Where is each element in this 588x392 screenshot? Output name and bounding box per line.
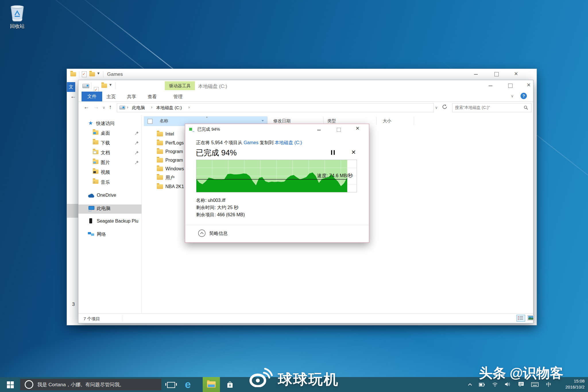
start-button[interactable] <box>7 381 14 388</box>
close-button[interactable]: × <box>527 82 531 88</box>
volume-icon[interactable] <box>505 382 510 387</box>
sidebar-item-network[interactable]: 网络 <box>97 231 106 237</box>
column-name[interactable]: 名称 <box>160 118 168 124</box>
tray-expand-icon[interactable] <box>468 383 472 386</box>
back-arrow-icon[interactable]: ← <box>70 93 76 100</box>
recycle-bin-label: 回收站 <box>6 23 28 30</box>
copy-source-link[interactable]: Games <box>243 140 258 145</box>
tab-file[interactable]: 文件 <box>82 92 102 101</box>
tab-share[interactable]: 共享 <box>127 94 136 100</box>
file-row-intel[interactable]: Intel <box>165 132 174 137</box>
nav-forward-icon[interactable]: → <box>93 104 99 110</box>
videos-folder-icon <box>93 169 98 174</box>
ribbon-collapse-icon[interactable]: ∨ <box>511 94 514 98</box>
speed-graph-svg: 速度: 74.6 MB/秒 <box>196 160 357 192</box>
refresh-icon[interactable] <box>442 104 447 109</box>
file-row-users[interactable]: 用户 <box>165 175 175 181</box>
maximize-button[interactable] <box>494 72 499 76</box>
divider <box>142 115 142 313</box>
folder-icon <box>157 132 163 136</box>
breadcrumb-this-pc[interactable]: 此电脑 <box>132 105 145 111</box>
collapse-details-icon[interactable] <box>198 229 206 237</box>
store-taskbar-icon[interactable] <box>226 381 234 389</box>
edge-taskbar-icon[interactable]: e <box>185 379 191 391</box>
divider <box>185 225 369 225</box>
copy-destination-link[interactable]: 本地磁盘 (C:) <box>275 140 302 145</box>
pin-icon <box>135 160 139 165</box>
sidebar-item-seagate[interactable]: Seagate Backup Plu <box>97 219 138 224</box>
recycle-bin-shortcut[interactable]: 回收站 <box>6 3 28 30</box>
file-row-program-files[interactable]: Program <box>165 149 183 154</box>
cancel-copy-button[interactable]: ✕ <box>351 149 356 156</box>
sidebar-item-quick-access[interactable]: 快速访问 <box>96 121 115 127</box>
close-button[interactable]: × <box>356 126 359 131</box>
help-icon[interactable]: ? <box>521 93 527 99</box>
thumbnail-view-button[interactable] <box>527 315 535 321</box>
sidebar-item-pictures[interactable]: 图片 <box>101 160 110 166</box>
file-explorer-taskbar-icon[interactable] <box>203 377 220 392</box>
tab-view[interactable]: 查看 <box>148 94 157 100</box>
file-row-nba2k[interactable]: NBA 2K1 <box>165 184 184 189</box>
file-tab-partial[interactable]: 文 <box>67 82 75 92</box>
tab-home[interactable]: 主页 <box>107 94 116 100</box>
folder-icon[interactable] <box>89 72 95 76</box>
nav-up-icon[interactable]: ↑ <box>109 104 112 110</box>
nav-back-icon[interactable]: ← <box>84 104 89 110</box>
search-icon[interactable] <box>524 105 528 110</box>
search-box[interactable]: 搜索"本地磁盘 (C:)" <box>452 103 531 112</box>
minimize-button[interactable] <box>474 74 478 75</box>
file-row-windows[interactable]: Windows <box>165 166 184 171</box>
sidebar-item-onedrive[interactable]: OneDrive <box>97 193 116 198</box>
sort-ascending-icon: ▴ <box>206 115 208 118</box>
breadcrumb-local-disk[interactable]: 本地磁盘 (C:) <box>156 105 182 111</box>
minimize-button[interactable] <box>317 130 321 130</box>
cortana-icon <box>25 380 33 389</box>
nav-recent-icon[interactable]: ∨ <box>102 105 105 110</box>
divider[interactable] <box>414 117 414 125</box>
column-date-modified[interactable]: 修改日期 <box>273 118 291 124</box>
sidebar-item-music[interactable]: 音乐 <box>101 179 110 186</box>
sidebar-item-desktop[interactable]: 桌面 <box>101 130 110 136</box>
properties-icon[interactable]: ✓ <box>82 71 87 77</box>
column-size[interactable]: 大小 <box>383 118 391 124</box>
file-row-perflogs[interactable]: PerfLogs <box>165 140 184 146</box>
column-filter-icon[interactable] <box>262 120 264 121</box>
battery-icon[interactable] <box>479 383 485 387</box>
details-view-button[interactable] <box>517 315 525 322</box>
network-icon <box>88 231 94 237</box>
tab-manage[interactable]: 管理 <box>173 94 183 100</box>
footer-toggle-label[interactable]: 简略信息 <box>209 231 228 237</box>
task-view-button[interactable] <box>167 382 175 388</box>
contextual-tab-drive-tools[interactable]: 驱动器工具 <box>165 81 195 90</box>
qat-dropdown-icon[interactable]: ▾ <box>97 71 100 76</box>
sidebar-item-documents[interactable]: 文档 <box>101 150 110 156</box>
new-folder-icon[interactable] <box>101 84 107 88</box>
close-button[interactable]: × <box>514 71 518 76</box>
address-bar[interactable]: › 此电脑 › 本地磁盘 (C:) › <box>117 103 434 112</box>
touch-keyboard-icon[interactable] <box>531 382 539 387</box>
minimize-button[interactable] <box>489 86 492 86</box>
maximize-button[interactable] <box>508 84 512 88</box>
folder-icon <box>157 149 163 154</box>
sidebar-item-this-pc[interactable]: 此电脑 <box>97 206 111 212</box>
copy-sentence-middle: 复制到 <box>258 140 275 145</box>
pin-icon <box>135 131 139 135</box>
address-dropdown-icon[interactable]: ∨ <box>435 105 438 110</box>
copy-progress-dialog[interactable]: → 已完成 94% × 正在将 5,954 个项目从 Games 复制到 本地磁… <box>185 124 369 243</box>
pause-button[interactable] <box>331 150 336 156</box>
qat-dropdown-icon[interactable]: ▾ <box>109 82 112 87</box>
cortana-search-box[interactable]: 我是 Cortana，小娜。有问题尽管问我。 <box>20 379 161 390</box>
sidebar-item-downloads[interactable]: 下载 <box>101 140 110 146</box>
weibo-logo-watermark <box>249 367 273 387</box>
file-row-program-files-x86[interactable]: Program <box>165 158 183 163</box>
action-center-icon[interactable] <box>518 382 524 387</box>
pin-icon <box>135 150 139 155</box>
wifi-icon[interactable] <box>492 382 498 387</box>
column-type[interactable]: 类型 <box>327 118 336 124</box>
window-title: Games <box>107 72 123 77</box>
select-all-checkbox[interactable] <box>148 119 152 124</box>
sidebar-item-videos[interactable]: 视频 <box>101 169 110 175</box>
divider[interactable] <box>376 117 377 125</box>
maximize-button[interactable] <box>337 128 341 132</box>
folder-icon <box>157 167 163 171</box>
